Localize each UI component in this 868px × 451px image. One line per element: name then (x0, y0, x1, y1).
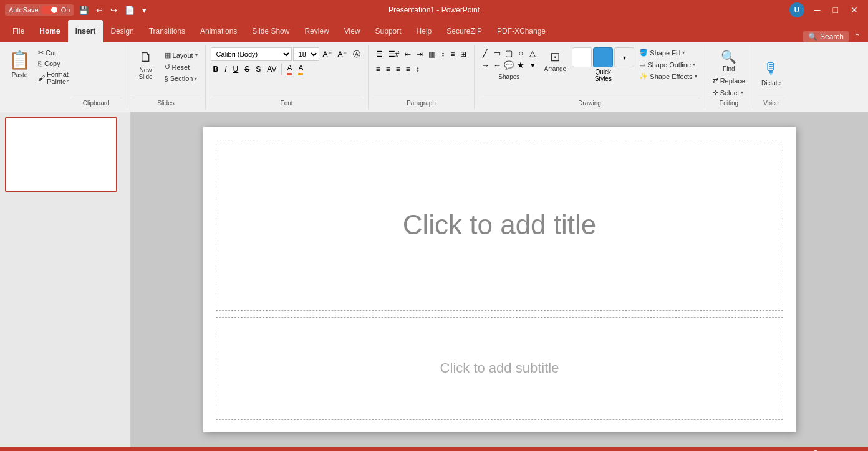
decrease-indent-button[interactable]: ⇤ (402, 47, 413, 61)
dictate-button[interactable]: 🎙 Dictate (758, 57, 784, 88)
shape-effects-icon: ✨ (639, 72, 648, 80)
replace-button[interactable]: ⇄ Replace (710, 75, 748, 86)
tab-pdfxchange[interactable]: PDF-XChange (489, 20, 553, 42)
smartart-button[interactable]: ⊞ (458, 47, 469, 61)
close-button[interactable]: ✕ (846, 0, 863, 20)
font-name-select[interactable]: Calibri (Body) (211, 47, 292, 61)
slide-thumbnail-1[interactable] (5, 117, 117, 192)
decrease-font-button[interactable]: A⁻ (335, 47, 349, 61)
find-button[interactable]: 🔍 Find (710, 47, 748, 74)
shape-item-triangle[interactable]: △ (527, 47, 538, 59)
clear-formatting-button[interactable]: Ⓐ (350, 47, 363, 61)
search-box[interactable]: 🔍 Search (803, 31, 849, 42)
shape-item-left-arrow[interactable]: ← (491, 59, 503, 70)
align-center-button[interactable]: ≡ (383, 62, 393, 76)
slide-title-box[interactable]: Click to add title (216, 140, 783, 311)
shape-fill-button[interactable]: 🪣 Shape Fill ▾ (637, 47, 699, 58)
tab-help[interactable]: Help (409, 20, 440, 42)
font-row-2: B I U S S AV A A (211, 62, 363, 76)
copy-button[interactable]: ⎘ Copy (36, 59, 71, 69)
font-size-select[interactable]: 18 (293, 47, 319, 61)
shape-item-rect[interactable]: ▭ (491, 47, 503, 59)
shape-item-rounded-rect[interactable]: ▢ (503, 47, 514, 59)
italic-button[interactable]: I (222, 62, 229, 76)
ribbon-group-drawing: ╱ ▭ ▢ ○ △ → ← 💬 ★ ▾ Shapes ⊡ Arrang (475, 45, 705, 109)
bullets-button[interactable]: ☰ (374, 47, 385, 61)
shape-item-right-arrow[interactable]: → (480, 59, 491, 70)
highlight-color-button[interactable]: A (296, 62, 306, 76)
style-swatch-2[interactable] (593, 47, 613, 67)
customize-qat-button[interactable]: ▾ (140, 4, 149, 16)
line-spacing-button[interactable]: ↕ (413, 62, 422, 76)
reset-button[interactable]: ↺ Reset (162, 62, 200, 72)
new-slide-icon: 🗋 (139, 49, 153, 65)
shape-outline-icon: ▭ (639, 60, 645, 69)
bold-button[interactable]: B (211, 62, 221, 76)
main-area: Click to add title Click to add subtitle (0, 112, 868, 447)
text-direction-button[interactable]: ↕ (438, 47, 447, 61)
tab-support[interactable]: Support (368, 20, 409, 42)
align-left-button[interactable]: ≡ (374, 62, 383, 76)
autosave-on-label: On (61, 6, 70, 14)
increase-indent-button[interactable]: ⇥ (414, 47, 425, 61)
shape-item-callout[interactable]: 💬 (503, 59, 514, 70)
strikethrough-button[interactable]: S (242, 62, 252, 76)
shape-outline-button[interactable]: ▭ Shape Outline ▾ (637, 59, 699, 70)
arrange-button[interactable]: ⊡ Arrange (541, 47, 569, 74)
tab-review[interactable]: Review (297, 20, 336, 42)
slides-panel (0, 112, 131, 447)
layout-button[interactable]: ▦ Layout ▾ (162, 50, 200, 60)
font-color-button[interactable]: A (284, 62, 294, 76)
new-slide-button[interactable]: 🗋 New Slide (132, 47, 160, 82)
shadow-button[interactable]: S (253, 62, 263, 76)
section-button[interactable]: § Section ▾ (162, 74, 200, 83)
underline-button[interactable]: U (231, 62, 241, 76)
ribbon-collapse-button[interactable]: ⌃ (851, 31, 863, 42)
autosave-toggle[interactable] (41, 6, 59, 14)
format-painter-icon: 🖌 (38, 74, 45, 82)
select-button[interactable]: ⊹ Select ▾ (710, 87, 748, 98)
columns-button[interactable]: ▥ (426, 47, 438, 61)
increase-font-button[interactable]: A⁺ (321, 47, 334, 61)
cut-button[interactable]: ✂ Cut (36, 47, 71, 58)
shape-effects-button[interactable]: ✨ Shape Effects ▾ (637, 71, 699, 82)
tab-securzip[interactable]: SecureZIP (439, 20, 489, 42)
paragraph-col: ☰ ☰# ⇤ ⇥ ▥ ↕ ≡ ⊞ ≡ ≡ ≡ ≡ ↕ (374, 47, 470, 76)
align-right-button[interactable]: ≡ (393, 62, 403, 76)
tab-animations[interactable]: Animations (193, 20, 244, 42)
redo-button[interactable]: ↪ (108, 4, 120, 16)
undo-button[interactable]: ↩ (94, 4, 105, 16)
editing-label: Editing (710, 98, 748, 107)
shape-item-star[interactable]: ★ (515, 59, 526, 70)
new-presentation-button[interactable]: 📄 (122, 4, 137, 16)
autosave-button[interactable]: AutoSave On (5, 4, 74, 16)
tab-slideshow[interactable]: Slide Show (244, 20, 297, 42)
char-spacing-button[interactable]: AV (264, 62, 279, 76)
tab-transitions[interactable]: Transitions (142, 20, 193, 42)
tab-home[interactable]: Home (32, 20, 67, 42)
replace-icon: ⇄ (713, 77, 718, 85)
profile-icon[interactable]: U (789, 2, 804, 17)
tab-view[interactable]: View (337, 20, 368, 42)
format-painter-button[interactable]: 🖌 Format Painter (36, 69, 71, 87)
justify-button[interactable]: ≡ (403, 62, 413, 76)
minimize-button[interactable]: ─ (809, 0, 826, 20)
slide-subtitle-box[interactable]: Click to add subtitle (216, 317, 783, 420)
tab-design[interactable]: Design (103, 20, 141, 42)
shape-item-line[interactable]: ╱ (480, 47, 491, 59)
font-label: Font (211, 98, 363, 107)
tab-insert[interactable]: Insert (68, 20, 104, 42)
shape-item-more[interactable]: ▾ (527, 59, 538, 70)
style-swatch-dropdown[interactable]: ▾ (614, 47, 634, 67)
slides-label: Slides (132, 98, 200, 107)
shapes-button[interactable]: Shapes (495, 72, 523, 82)
style-swatch-1[interactable] (572, 47, 592, 67)
search-label: Search (820, 32, 844, 41)
tab-file[interactable]: File (5, 20, 32, 42)
align-text-button[interactable]: ≡ (448, 47, 457, 61)
paste-button[interactable]: 📋 Paste (5, 47, 34, 81)
maximize-button[interactable]: □ (828, 0, 843, 20)
shape-item-oval[interactable]: ○ (515, 47, 526, 59)
numbering-button[interactable]: ☰# (386, 47, 402, 61)
save-button[interactable]: 💾 (76, 4, 91, 16)
